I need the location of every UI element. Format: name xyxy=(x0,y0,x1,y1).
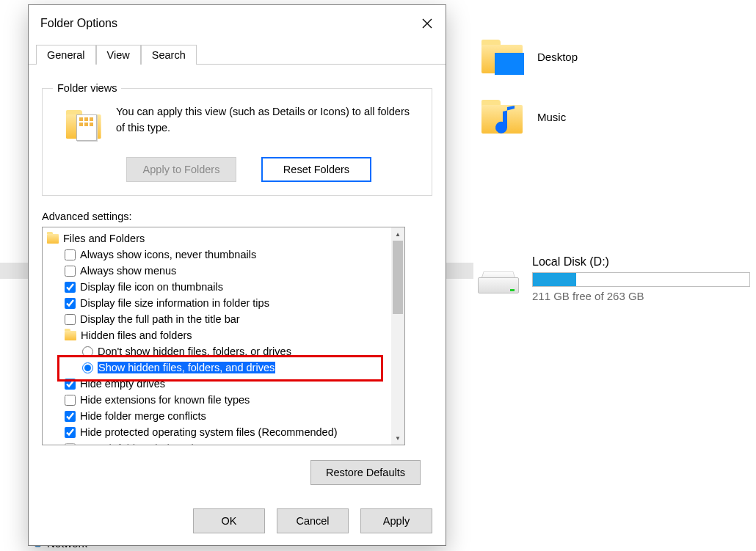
checkbox[interactable] xyxy=(65,314,76,325)
scroll-down-icon[interactable]: ▼ xyxy=(391,431,404,445)
opt-hide-empty-drives[interactable]: Hide empty drives xyxy=(43,376,391,392)
disk-usage-bar xyxy=(532,272,750,287)
opt-full-path-titlebar[interactable]: Display the full path in the title bar xyxy=(43,311,391,327)
folder-views-legend: Folder views xyxy=(53,82,121,94)
close-button[interactable] xyxy=(410,12,444,35)
apply-to-folders-button: Apply to Folders xyxy=(126,157,236,182)
scroll-track[interactable] xyxy=(391,241,404,431)
opt-label: Display the full path in the title bar xyxy=(80,313,240,325)
checkbox[interactable] xyxy=(65,411,76,422)
folder-mini-icon xyxy=(47,234,59,244)
folder-views-icon xyxy=(66,110,101,145)
opt-label: Launch folder windows in a separate proc… xyxy=(80,442,293,445)
radio[interactable] xyxy=(82,362,93,373)
reset-folders-button[interactable]: Reset Folders xyxy=(261,157,371,182)
folder-icon xyxy=(481,100,523,134)
tabbar: General View Search xyxy=(29,42,446,65)
opt-label: Hide folder merge conflicts xyxy=(80,410,206,422)
checkbox[interactable] xyxy=(65,379,76,390)
opt-label: Display file icon on thumbnails xyxy=(80,281,223,293)
tree-label: Hidden files and folders xyxy=(81,329,192,341)
opt-hide-extensions[interactable]: Hide extensions for known file types xyxy=(43,392,391,408)
explorer-item-desktop[interactable]: Desktop xyxy=(481,40,578,73)
opt-label: Always show menus xyxy=(80,265,176,277)
disk-title: Local Disk (D:) xyxy=(532,255,756,269)
music-note-icon xyxy=(489,104,520,138)
restore-defaults-button[interactable]: Restore Defaults xyxy=(310,460,421,485)
opt-label: Display file size information in folder … xyxy=(80,297,269,309)
checkbox[interactable] xyxy=(65,443,76,445)
music-label: Music xyxy=(537,111,566,123)
checkbox[interactable] xyxy=(65,395,76,406)
advanced-settings-label: Advanced settings: xyxy=(42,211,432,222)
scroll-thumb[interactable] xyxy=(393,241,403,314)
tab-general[interactable]: General xyxy=(36,45,96,65)
desktop-label: Desktop xyxy=(537,51,578,63)
cancel-button[interactable]: Cancel xyxy=(277,508,349,533)
apply-button[interactable]: Apply xyxy=(360,508,432,533)
opt-hide-merge-conflicts[interactable]: Hide folder merge conflicts xyxy=(43,408,391,424)
scroll-up-icon[interactable]: ▲ xyxy=(391,227,404,241)
opt-label: Show hidden files, folders, and drives xyxy=(98,362,275,373)
opt-hide-protected[interactable]: Hide protected operating system files (R… xyxy=(43,424,391,440)
opt-label: Don't show hidden files, folders, or dri… xyxy=(98,346,291,357)
explorer-item-music[interactable]: Music xyxy=(481,100,566,134)
tab-search[interactable]: Search xyxy=(141,45,197,65)
checkbox[interactable] xyxy=(65,298,76,309)
opt-label: Hide empty drives xyxy=(80,378,165,390)
disk-usage-fill xyxy=(533,273,576,286)
explorer-item-local-disk[interactable]: Local Disk (D:) 211 GB free of 263 GB xyxy=(473,239,756,318)
titlebar[interactable]: Folder Options xyxy=(29,5,446,42)
dialog-footer: OK Cancel Apply xyxy=(29,498,446,545)
checkbox[interactable] xyxy=(65,427,76,438)
settings-tree: Files and Folders Always show icons, nev… xyxy=(43,227,391,445)
drive-icon xyxy=(478,264,519,293)
opt-display-file-icon[interactable]: Display file icon on thumbnails xyxy=(43,279,391,295)
folder-views-group: Folder views You can apply this view (su… xyxy=(42,82,432,196)
opt-always-show-menus[interactable]: Always show menus xyxy=(43,263,391,279)
advanced-settings-listbox[interactable]: Files and Folders Always show icons, nev… xyxy=(42,227,405,445)
folder-views-description: You can apply this view (such as Details… xyxy=(116,104,421,136)
scrollbar[interactable]: ▲ ▼ xyxy=(391,227,404,445)
opt-launch-separate[interactable]: Launch folder windows in a separate proc… xyxy=(43,440,391,445)
opt-always-show-icons[interactable]: Always show icons, never thumbnails xyxy=(43,247,391,263)
tree-label: Files and Folders xyxy=(63,233,145,244)
tab-view[interactable]: View xyxy=(96,45,141,65)
checkbox[interactable] xyxy=(65,249,76,260)
dialog-body: Folder views You can apply this view (su… xyxy=(29,65,446,498)
radio[interactable] xyxy=(82,346,93,357)
disk-subtitle: 211 GB free of 263 GB xyxy=(532,290,756,302)
opt-show-hidden[interactable]: Show hidden files, folders, and drives xyxy=(43,360,391,376)
opt-display-file-size[interactable]: Display file size information in folder … xyxy=(43,295,391,311)
folder-mini-icon xyxy=(65,331,76,340)
ok-button[interactable]: OK xyxy=(193,508,265,533)
checkbox[interactable] xyxy=(65,282,76,293)
folder-options-dialog: Folder Options General View Search Folde… xyxy=(28,4,446,546)
dialog-title: Folder Options xyxy=(40,17,410,30)
tree-root-files-folders[interactable]: Files and Folders xyxy=(43,230,391,247)
folder-icon xyxy=(481,40,523,73)
opt-label: Always show icons, never thumbnails xyxy=(80,249,256,260)
opt-label: Hide protected operating system files (R… xyxy=(80,426,338,438)
opt-label: Hide extensions for known file types xyxy=(80,394,250,406)
opt-dont-show-hidden[interactable]: Don't show hidden files, folders, or dri… xyxy=(43,343,391,360)
close-icon xyxy=(422,18,432,29)
tree-group-hidden[interactable]: Hidden files and folders xyxy=(43,327,391,343)
checkbox[interactable] xyxy=(65,266,76,277)
